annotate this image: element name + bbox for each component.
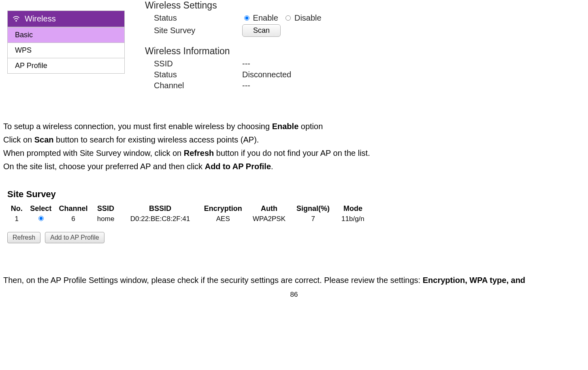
text: option [298,122,323,131]
instruction-line-2: Click on Scan button to search for exist… [3,134,585,146]
text: On the site list, choose your preferred … [3,162,205,171]
bold-security-settings: Encryption, WPA type, and [423,276,525,285]
info-channel-label: Channel [145,81,242,90]
sidebar-item-ap-profile[interactable]: AP Profile [8,58,124,73]
col-encryption: Encryption [200,204,246,214]
site-survey-screenshot: Site Survey No. Select Channel SSID BSSI… [7,189,372,243]
sidebar-nav: Wireless Basic WPS AP Profile [7,11,125,74]
scan-button[interactable]: Scan [242,24,281,37]
text: . [271,162,273,171]
status-label: Status [145,13,242,23]
wireless-settings-title: Wireless Settings [145,0,325,11]
instruction-line-4: On the site list, choose your preferred … [3,160,585,173]
status-disable-radio[interactable] [285,15,291,21]
instruction-line-1: To setup a wireless connection, you must… [3,120,585,133]
info-status-value: Disconnected [242,70,291,79]
bold-refresh: Refresh [184,149,214,157]
col-no: No. [7,204,26,214]
site-survey-buttons: Refresh Add to AP Profile [7,232,372,243]
instruction-block: To setup a wireless connection, you must… [3,120,585,173]
info-ssid-value: --- [242,59,250,68]
cell-auth: WPA2PSK [246,214,292,224]
cell-mode: 11b/g/n [334,214,372,224]
sidebar-item-wps[interactable]: WPS [8,43,124,58]
table-header-row: No. Select Channel SSID BSSID Encryption… [7,204,372,214]
col-select: Select [26,204,55,214]
site-survey-label: Site Survey [145,26,242,35]
cell-bssid: D0:22:BE:C8:2F:41 [120,214,200,224]
sidebar-item-basic[interactable]: Basic [8,27,124,43]
status-radio-group: Enable Disable [242,13,325,23]
col-signal: Signal(%) [292,204,334,214]
text: Then, on the AP Profile Settings window,… [3,276,423,285]
text: button if you do not find your AP on the… [214,149,370,157]
svg-point-0 [15,20,17,21]
cell-no: 1 [7,214,26,224]
table-row: 1 6 home D0:22:BE:C8:2F:41 AES WPA2PSK 7… [7,214,372,224]
status-disable-label: Disable [294,13,322,22]
closing-paragraph: Then, on the AP Profile Settings window,… [3,276,585,285]
wireless-info-title: Wireless Information [145,46,325,57]
wifi-icon [12,15,21,23]
refresh-button[interactable]: Refresh [7,232,40,243]
status-disable-option[interactable]: Disable [283,13,321,22]
status-enable-label: Enable [253,13,278,22]
wireless-settings-screenshot: Wireless Basic WPS AP Profile Wireless S… [7,0,585,92]
row-select-radio[interactable] [38,216,44,221]
cell-signal: 7 [292,214,334,224]
text: When prompted with Site Survey window, c… [3,149,184,157]
sidebar-header-label: Wireless [25,14,56,23]
bold-scan: Scan [34,135,54,144]
site-survey-title: Site Survey [7,189,372,200]
col-auth: Auth [246,204,292,214]
info-ssid-label: SSID [145,59,242,68]
cell-ssid: home [91,214,120,224]
col-channel: Channel [55,204,91,214]
col-bssid: BSSID [120,204,200,214]
text: To setup a wireless connection, you must… [3,122,272,131]
sidebar-header-wireless[interactable]: Wireless [8,11,124,27]
cell-select [26,214,55,224]
text: Click on [3,135,34,144]
instruction-line-3: When prompted with Site Survey window, c… [3,147,585,159]
status-enable-option[interactable]: Enable [242,13,280,22]
col-ssid: SSID [91,204,120,214]
bold-add-to-ap-profile: Add to AP Profile [205,162,271,171]
cell-encryption: AES [200,214,246,224]
wireless-settings-panel: Wireless Settings Status Enable Disable … [145,0,325,92]
col-mode: Mode [334,204,372,214]
info-status-label: Status [145,70,242,79]
add-to-ap-profile-button[interactable]: Add to AP Profile [45,232,104,243]
site-survey-table: No. Select Channel SSID BSSID Encryption… [7,204,372,224]
status-enable-radio[interactable] [244,15,249,21]
info-channel-value: --- [242,81,250,90]
bold-enable: Enable [272,122,299,131]
cell-channel: 6 [55,214,91,224]
page-number: 86 [3,291,585,299]
text: button to search for existing wireless a… [54,135,259,144]
